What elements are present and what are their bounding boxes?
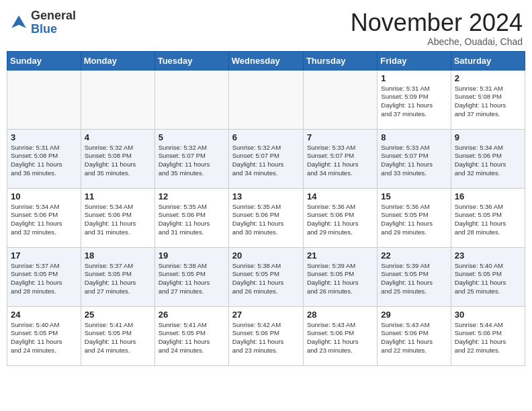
day-number: 16	[455, 191, 521, 201]
calendar-cell: 17Sunrise: 5:37 AM Sunset: 5:05 PM Dayli…	[7, 247, 81, 306]
calendar-day-header: Monday	[81, 51, 154, 70]
day-info: Sunrise: 5:37 AM Sunset: 5:05 PM Dayligh…	[85, 262, 151, 296]
day-info: Sunrise: 5:31 AM Sunset: 5:09 PM Dayligh…	[381, 85, 447, 119]
calendar-day-header: Thursday	[303, 51, 377, 70]
calendar-cell: 11Sunrise: 5:34 AM Sunset: 5:06 PM Dayli…	[81, 188, 154, 247]
day-info: Sunrise: 5:37 AM Sunset: 5:05 PM Dayligh…	[11, 262, 77, 296]
day-info: Sunrise: 5:34 AM Sunset: 5:06 PM Dayligh…	[85, 203, 151, 237]
day-info: Sunrise: 5:39 AM Sunset: 5:05 PM Dayligh…	[307, 262, 373, 296]
calendar-cell: 23Sunrise: 5:40 AM Sunset: 5:05 PM Dayli…	[451, 247, 525, 306]
calendar-cell	[7, 70, 81, 129]
day-info: Sunrise: 5:38 AM Sunset: 5:05 PM Dayligh…	[232, 262, 300, 296]
day-info: Sunrise: 5:44 AM Sunset: 5:06 PM Dayligh…	[455, 321, 521, 355]
logo-blue: Blue	[31, 23, 76, 36]
calendar-cell	[81, 70, 154, 129]
calendar-day-header: Saturday	[451, 51, 525, 70]
calendar-cell: 8Sunrise: 5:33 AM Sunset: 5:07 PM Daylig…	[378, 129, 451, 188]
calendar-cell: 22Sunrise: 5:39 AM Sunset: 5:05 PM Dayli…	[378, 247, 451, 306]
day-info: Sunrise: 5:36 AM Sunset: 5:05 PM Dayligh…	[381, 203, 447, 237]
logo-text: General Blue	[31, 9, 76, 36]
calendar-cell: 26Sunrise: 5:41 AM Sunset: 5:05 PM Dayli…	[154, 306, 228, 365]
calendar-cell: 18Sunrise: 5:37 AM Sunset: 5:05 PM Dayli…	[81, 247, 154, 306]
day-number: 6	[232, 132, 300, 142]
day-info: Sunrise: 5:35 AM Sunset: 5:06 PM Dayligh…	[159, 203, 225, 237]
day-number: 1	[381, 73, 447, 83]
calendar-week-row: 17Sunrise: 5:37 AM Sunset: 5:05 PM Dayli…	[7, 247, 525, 306]
calendar-cell: 10Sunrise: 5:34 AM Sunset: 5:06 PM Dayli…	[7, 188, 81, 247]
calendar-header-row: SundayMondayTuesdayWednesdayThursdayFrid…	[7, 51, 525, 70]
day-number: 12	[159, 191, 225, 201]
day-info: Sunrise: 5:35 AM Sunset: 5:06 PM Dayligh…	[232, 203, 300, 237]
day-number: 19	[159, 250, 225, 261]
day-info: Sunrise: 5:42 AM Sunset: 5:06 PM Dayligh…	[232, 321, 300, 355]
day-number: 11	[85, 191, 151, 201]
calendar-cell: 4Sunrise: 5:32 AM Sunset: 5:08 PM Daylig…	[81, 129, 154, 188]
day-info: Sunrise: 5:33 AM Sunset: 5:07 PM Dayligh…	[381, 144, 447, 178]
calendar-table: SundayMondayTuesdayWednesdayThursdayFrid…	[7, 51, 525, 366]
calendar-cell: 5Sunrise: 5:32 AM Sunset: 5:07 PM Daylig…	[154, 129, 228, 188]
calendar-day-header: Friday	[378, 51, 451, 70]
day-number: 20	[232, 250, 300, 261]
day-number: 5	[159, 132, 225, 142]
calendar-week-row: 1Sunrise: 5:31 AM Sunset: 5:09 PM Daylig…	[7, 70, 525, 129]
location-subtitle: Abeche, Ouadai, Chad	[351, 36, 523, 47]
calendar-week-row: 10Sunrise: 5:34 AM Sunset: 5:06 PM Dayli…	[7, 188, 525, 247]
day-info: Sunrise: 5:43 AM Sunset: 5:06 PM Dayligh…	[381, 321, 447, 355]
day-info: Sunrise: 5:32 AM Sunset: 5:07 PM Dayligh…	[159, 144, 225, 178]
logo-general: General	[31, 9, 76, 23]
day-number: 17	[11, 250, 77, 261]
title-area: November 2024 Abeche, Ouadai, Chad	[351, 9, 523, 47]
calendar-cell: 6Sunrise: 5:32 AM Sunset: 5:07 PM Daylig…	[228, 129, 303, 188]
day-info: Sunrise: 5:31 AM Sunset: 5:08 PM Dayligh…	[455, 85, 521, 119]
day-info: Sunrise: 5:43 AM Sunset: 5:06 PM Dayligh…	[307, 321, 373, 355]
day-number: 23	[455, 250, 521, 261]
day-number: 14	[307, 191, 373, 201]
day-number: 21	[307, 250, 373, 261]
calendar-cell: 12Sunrise: 5:35 AM Sunset: 5:06 PM Dayli…	[154, 188, 228, 247]
calendar-cell: 27Sunrise: 5:42 AM Sunset: 5:06 PM Dayli…	[228, 306, 303, 365]
day-number: 18	[85, 250, 151, 261]
calendar-cell: 2Sunrise: 5:31 AM Sunset: 5:08 PM Daylig…	[451, 70, 525, 129]
logo: General Blue	[9, 9, 76, 36]
day-number: 24	[11, 310, 77, 320]
calendar-week-row: 24Sunrise: 5:40 AM Sunset: 5:05 PM Dayli…	[7, 306, 525, 365]
day-number: 28	[307, 310, 373, 320]
day-number: 9	[455, 132, 521, 142]
day-info: Sunrise: 5:41 AM Sunset: 5:05 PM Dayligh…	[85, 321, 151, 355]
calendar-cell: 1Sunrise: 5:31 AM Sunset: 5:09 PM Daylig…	[378, 70, 451, 129]
day-info: Sunrise: 5:39 AM Sunset: 5:05 PM Dayligh…	[381, 262, 447, 296]
calendar-cell: 7Sunrise: 5:33 AM Sunset: 5:07 PM Daylig…	[303, 129, 377, 188]
calendar-cell: 13Sunrise: 5:35 AM Sunset: 5:06 PM Dayli…	[228, 188, 303, 247]
day-info: Sunrise: 5:32 AM Sunset: 5:07 PM Dayligh…	[232, 144, 300, 178]
day-number: 3	[11, 132, 77, 142]
calendar-cell: 29Sunrise: 5:43 AM Sunset: 5:06 PM Dayli…	[378, 306, 451, 365]
day-number: 13	[232, 191, 300, 201]
day-number: 26	[159, 310, 225, 320]
page-header: General Blue November 2024 Abeche, Ouada…	[7, 7, 525, 47]
day-info: Sunrise: 5:32 AM Sunset: 5:08 PM Dayligh…	[85, 144, 151, 178]
day-number: 8	[381, 132, 447, 142]
calendar-cell	[228, 70, 303, 129]
day-info: Sunrise: 5:41 AM Sunset: 5:05 PM Dayligh…	[159, 321, 225, 355]
calendar-week-row: 3Sunrise: 5:31 AM Sunset: 5:08 PM Daylig…	[7, 129, 525, 188]
day-info: Sunrise: 5:31 AM Sunset: 5:08 PM Dayligh…	[11, 144, 77, 178]
logo-icon	[9, 13, 28, 32]
day-info: Sunrise: 5:36 AM Sunset: 5:05 PM Dayligh…	[455, 203, 521, 237]
calendar-cell: 14Sunrise: 5:36 AM Sunset: 5:06 PM Dayli…	[303, 188, 377, 247]
day-number: 7	[307, 132, 373, 142]
calendar-day-header: Tuesday	[154, 51, 228, 70]
calendar-cell: 3Sunrise: 5:31 AM Sunset: 5:08 PM Daylig…	[7, 129, 81, 188]
day-number: 4	[85, 132, 151, 142]
calendar-cell: 24Sunrise: 5:40 AM Sunset: 5:05 PM Dayli…	[7, 306, 81, 365]
month-title: November 2024	[351, 9, 523, 36]
day-number: 27	[232, 310, 300, 320]
day-info: Sunrise: 5:40 AM Sunset: 5:05 PM Dayligh…	[455, 262, 521, 296]
day-number: 10	[11, 191, 77, 201]
calendar-cell	[154, 70, 228, 129]
day-number: 22	[381, 250, 447, 261]
day-info: Sunrise: 5:36 AM Sunset: 5:06 PM Dayligh…	[307, 203, 373, 237]
calendar-cell	[303, 70, 377, 129]
calendar-cell: 21Sunrise: 5:39 AM Sunset: 5:05 PM Dayli…	[303, 247, 377, 306]
calendar-day-header: Sunday	[7, 51, 81, 70]
calendar-cell: 19Sunrise: 5:38 AM Sunset: 5:05 PM Dayli…	[154, 247, 228, 306]
